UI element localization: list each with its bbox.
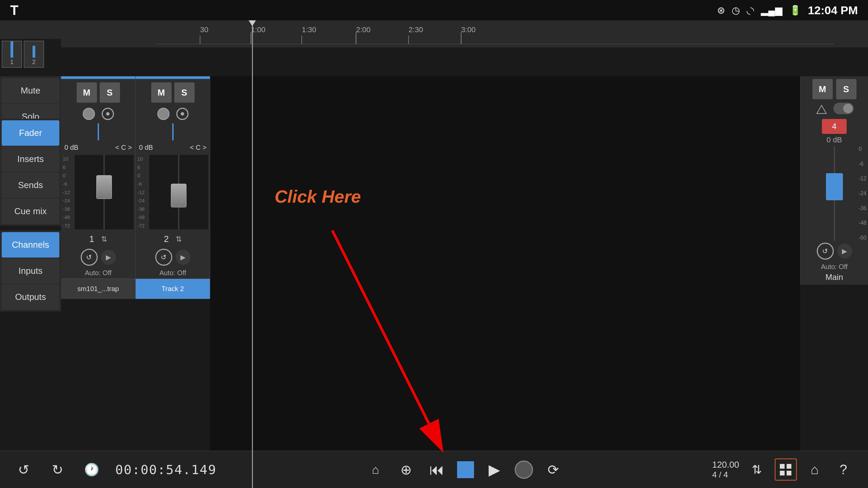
timeline-ruler[interactable]: 30 1:00 1:30 2:00 2:30 3:00 [0, 20, 868, 47]
main-content-area [210, 76, 800, 451]
ruler-ticks [156, 20, 868, 47]
ch1-fader-indicator [98, 123, 99, 140]
master-play-btn[interactable]: ▶ [837, 244, 852, 259]
ch1-track-label[interactable]: sm101_...trap [61, 279, 135, 299]
timecode-display: 00:00:54.149 [115, 462, 217, 477]
click-here-text: Click Here [275, 187, 361, 206]
ch1-fader-slider[interactable] [75, 155, 134, 229]
ch2-fader-indicator [172, 123, 174, 140]
master-loop-btn[interactable]: ↺ [817, 243, 834, 260]
signal-icon: ▂▄▆ [761, 5, 783, 16]
mute-button[interactable]: Mute [2, 78, 59, 103]
ch1-monitor-icon[interactable] [102, 108, 114, 120]
master-channel-number: 4 [822, 119, 847, 134]
ch2-labels: 0 dB < C > [136, 142, 210, 153]
ch2-volume-label: 0 dB [139, 144, 153, 151]
ch1-pan-label: < C > [115, 144, 132, 151]
master-fader-wrap[interactable]: 0 -6 -12 -24 -36 -48 -60 [821, 146, 848, 241]
stop-button[interactable] [457, 461, 474, 478]
grid-view-button[interactable] [775, 459, 797, 481]
loop-button[interactable]: ⟳ [543, 460, 564, 480]
ch2-record-row [136, 106, 210, 122]
play-button[interactable]: ▶ [484, 460, 505, 480]
battery-icon: 🔋 [789, 5, 801, 16]
master-scale: 0 -6 -12 -24 -36 -48 -60 [859, 146, 866, 241]
ch1-play-btn[interactable]: ▶ [101, 250, 116, 265]
ch1-mixer-icon: ⇅ [101, 235, 107, 244]
save-button[interactable]: ⌂ [366, 460, 386, 480]
ruler-inner: 30 1:00 1:30 2:00 2:30 3:00 [156, 20, 868, 47]
ch2-solo-btn[interactable]: S [174, 82, 195, 103]
ch1-record-row [61, 106, 135, 122]
help-button[interactable]: ? [832, 459, 854, 481]
ch2-loop-btn[interactable]: ↺ [155, 249, 172, 266]
ch2-record-dot[interactable] [157, 108, 170, 120]
ch2-mixer-icon: ⇅ [176, 235, 182, 244]
outputs-button[interactable]: Outputs [2, 284, 59, 310]
ch1-mute-btn[interactable]: M [77, 82, 97, 103]
add-button[interactable]: ⊕ [396, 460, 416, 480]
master-fader-knob[interactable] [826, 173, 843, 200]
mixer-view-button[interactable]: ⇅ [746, 459, 768, 481]
ch1-labels: 0 dB < C > [61, 142, 135, 153]
ch2-track-label[interactable]: Track 2 [136, 279, 210, 299]
ch2-play-btn[interactable]: ▶ [176, 250, 191, 265]
ch1-loop-btn[interactable]: ↺ [81, 249, 98, 266]
status-time: 12:04 PM [808, 4, 858, 17]
ch1-color-bar [61, 76, 135, 79]
ch1-solo-btn[interactable]: S [100, 82, 120, 103]
master-mountain-icon [815, 103, 828, 116]
thumb-num-2: 2 [32, 59, 36, 66]
master-db-label: 0 dB [827, 136, 842, 144]
ch1-record-dot[interactable] [83, 108, 95, 120]
master-ms-row: M S [812, 79, 856, 99]
track-thumb-2[interactable]: 2 [24, 41, 44, 68]
transport-left: ↺ ↻ 🕐 00:00:54.149 [14, 460, 217, 480]
grid-icon [779, 463, 792, 476]
inserts-button[interactable]: Inserts [2, 146, 59, 172]
ch1-num-row: 1 ⇅ [61, 231, 135, 247]
cue-mix-button[interactable]: Cue mix [2, 199, 59, 224]
redo-button[interactable]: ↻ [47, 460, 68, 480]
inputs-button[interactable]: Inputs [2, 258, 59, 284]
master-toggle-knob [843, 104, 853, 113]
metronome-button[interactable]: 🕐 [81, 460, 102, 480]
master-mute-btn[interactable]: M [812, 79, 833, 99]
ch1-fader-knob[interactable] [96, 175, 112, 199]
rewind-button[interactable]: ⏮ [427, 460, 447, 480]
time-sig-value: 4 / 4 [712, 470, 739, 480]
ch1-fader-line-wrap [61, 123, 135, 140]
master-toggle-icon[interactable] [833, 103, 854, 114]
ch2-fader-knob[interactable] [171, 184, 186, 207]
ch2-monitor-icon[interactable] [176, 108, 189, 120]
ruler-marks: 30 1:00 1:30 2:00 2:30 3:00 [156, 20, 868, 47]
svg-rect-10 [780, 464, 785, 469]
sends-button[interactable]: Sends [2, 172, 59, 198]
thumb-bar-2 [33, 46, 35, 58]
playhead-line [252, 20, 253, 488]
home-button[interactable]: ⌂ [804, 459, 826, 481]
status-right: ⊛ ◷ ◟◝ ▂▄▆ 🔋 12:04 PM [717, 4, 858, 17]
ch1-number: 1 [89, 234, 94, 244]
ch1-scale: 10 6 0 -6 -12 -24 -36 -48 -72 [63, 155, 75, 229]
fader-button[interactable]: Fader [2, 120, 59, 146]
transport-center: ⌂ ⊕ ⏮ ▶ ⟳ [366, 460, 564, 480]
tempo-value: 120.00 [712, 460, 739, 470]
channels-button[interactable]: Channels [2, 232, 59, 258]
status-bar: T ⊛ ◷ ◟◝ ▂▄▆ 🔋 12:04 PM [0, 0, 868, 20]
master-solo-btn[interactable]: S [836, 79, 856, 99]
ch2-fader-line-wrap [136, 123, 210, 140]
svg-rect-13 [787, 471, 791, 475]
transport-bar: ↺ ↻ 🕐 00:00:54.149 ⌂ ⊕ ⏮ ▶ ⟳ 120.00 4 / … [0, 451, 868, 488]
channel-strip-1: M S 0 dB < C > 10 6 0 -6 -12 -24 -36 -48… [61, 76, 136, 299]
ch2-auto-row: ↺ ▶ [136, 247, 210, 267]
track-thumb-1[interactable]: 1 [2, 41, 22, 68]
ch2-fader-slider[interactable] [149, 155, 208, 229]
master-auto-row: ↺ ▶ [815, 241, 854, 261]
ch2-auto-label: Auto: Off [136, 267, 210, 279]
record-button[interactable] [515, 461, 533, 479]
undo-button[interactable]: ↺ [14, 460, 34, 480]
wifi-icon: ◟◝ [747, 5, 754, 16]
ch2-mute-btn[interactable]: M [151, 82, 172, 103]
ch1-auto-label: Auto: Off [61, 267, 135, 279]
